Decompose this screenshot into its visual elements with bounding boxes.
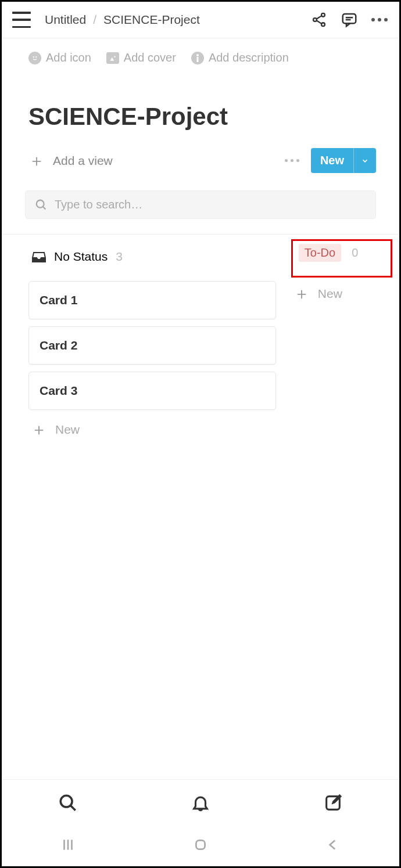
svg-point-11	[114, 56, 115, 57]
plus-icon: ＋	[28, 153, 45, 169]
add-icon-button[interactable]: Add icon	[28, 51, 91, 64]
more-icon[interactable]	[371, 18, 388, 21]
column-header-todo[interactable]: To-Do 0	[291, 239, 392, 278]
add-cover-button[interactable]: Add cover	[106, 51, 176, 64]
menu-icon[interactable]	[12, 12, 31, 28]
compose-icon[interactable]	[323, 793, 343, 813]
search-box[interactable]	[25, 190, 376, 219]
home-icon[interactable]	[193, 837, 208, 855]
header-actions	[311, 11, 388, 28]
add-view-button[interactable]: ＋ Add a view	[28, 153, 113, 169]
svg-point-2	[321, 23, 325, 26]
image-icon	[106, 52, 119, 64]
todo-tag: To-Do	[299, 244, 341, 262]
new-button[interactable]: New	[311, 148, 376, 173]
view-row: ＋ Add a view New	[2, 131, 399, 173]
breadcrumb-parent[interactable]: Untitled	[45, 13, 86, 27]
search-icon	[35, 199, 48, 211]
new-card-label: New	[318, 287, 342, 301]
svg-point-14	[37, 200, 44, 207]
svg-point-16	[60, 795, 72, 807]
board-area: No Status 3 Card 1 Card 2 Card 3 ＋ New T…	[2, 234, 399, 779]
info-icon	[191, 52, 204, 64]
system-nav-bar	[2, 826, 399, 866]
card[interactable]: Card 2	[28, 326, 276, 365]
column-count: 3	[116, 250, 123, 264]
add-cover-label: Add cover	[124, 51, 176, 64]
svg-marker-10	[110, 57, 114, 60]
column-no-status: No Status 3 Card 1 Card 2 Card 3 ＋ New	[28, 244, 276, 779]
svg-rect-22	[196, 840, 205, 849]
breadcrumb-current[interactable]: SCIENCE-Project	[103, 13, 200, 27]
new-button-dropdown[interactable]	[353, 148, 376, 173]
page-options: Add icon Add cover Add description	[2, 38, 399, 64]
breadcrumb: Untitled / SCIENCE-Project	[39, 13, 303, 27]
search-tab-icon[interactable]	[58, 793, 78, 813]
column-count: 0	[352, 246, 358, 260]
back-icon[interactable]	[325, 837, 341, 855]
new-card-button[interactable]: ＋ New	[291, 281, 392, 307]
column-name: No Status	[54, 250, 108, 264]
smiley-icon	[28, 52, 41, 64]
add-description-label: Add description	[209, 51, 289, 64]
column-header-no-status[interactable]: No Status 3	[28, 244, 276, 269]
inbox-icon	[32, 251, 46, 262]
add-icon-label: Add icon	[46, 51, 91, 64]
svg-point-0	[321, 13, 325, 17]
card[interactable]: Card 1	[28, 281, 276, 319]
recents-icon[interactable]	[60, 837, 76, 855]
svg-point-12	[196, 54, 199, 56]
plus-icon: ＋	[293, 286, 310, 302]
top-header: Untitled / SCIENCE-Project	[2, 2, 399, 38]
search-input[interactable]	[55, 198, 366, 211]
add-description-button[interactable]: Add description	[191, 51, 289, 64]
new-card-button[interactable]: ＋ New	[28, 417, 276, 442]
page-title[interactable]: SCIENCE-Project	[2, 64, 399, 131]
svg-rect-5	[343, 14, 356, 23]
svg-point-1	[313, 18, 317, 21]
new-card-label: New	[55, 423, 80, 437]
app-bottom-bar	[2, 779, 399, 826]
svg-line-15	[43, 206, 46, 209]
breadcrumb-separator: /	[93, 13, 96, 27]
svg-line-3	[317, 16, 322, 19]
notifications-icon[interactable]	[191, 793, 210, 813]
comments-icon[interactable]	[340, 11, 359, 28]
add-view-label: Add a view	[53, 154, 113, 168]
svg-line-17	[70, 805, 76, 811]
view-more-icon[interactable]	[285, 159, 299, 162]
plus-icon: ＋	[31, 422, 47, 438]
new-button-label: New	[311, 148, 353, 173]
svg-point-8	[33, 56, 34, 57]
card[interactable]: Card 3	[28, 372, 276, 410]
svg-point-9	[35, 56, 37, 57]
svg-rect-13	[196, 57, 198, 62]
share-icon[interactable]	[311, 12, 327, 28]
column-todo: To-Do 0 ＋ New	[291, 244, 392, 779]
svg-line-4	[317, 20, 322, 24]
